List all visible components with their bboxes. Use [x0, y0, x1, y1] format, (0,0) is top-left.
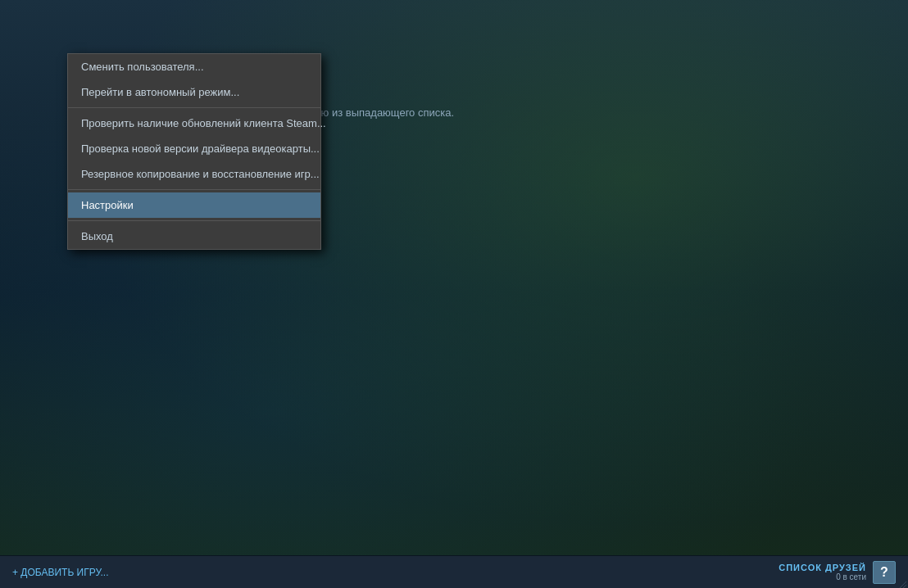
dropdown-settings[interactable]: Настройки: [68, 192, 320, 218]
bottom-bar: + ДОБАВИТЬ ИГРУ... СПИСОК ДРУЗЕЙ 0 в сет…: [0, 555, 908, 588]
dropdown-backup-restore[interactable]: Резервное копирование и восстановление и…: [68, 161, 320, 187]
dropdown-exit[interactable]: Выход: [68, 224, 320, 249]
dropdown-separator-3: [68, 220, 320, 221]
dropdown-check-updates[interactable]: Проверить наличие обновлений клиента Ste…: [68, 111, 320, 136]
friends-list-label[interactable]: СПИСОК ДРУЗЕЙ: [779, 563, 866, 572]
steam-dropdown-menu: Сменить пользователя... Перейти в автоно…: [67, 53, 321, 250]
dropdown-change-user[interactable]: Сменить пользователя...: [68, 54, 320, 79]
add-game-button[interactable]: + ДОБАВИТЬ ИГРУ...: [12, 567, 108, 578]
help-button[interactable]: ?: [873, 561, 896, 584]
dropdown-separator-1: [68, 107, 320, 108]
resize-handle[interactable]: [898, 578, 906, 586]
dropdown-offline-mode[interactable]: Перейти в автономный режим...: [68, 79, 320, 105]
friends-count: 0 в сети: [779, 572, 866, 581]
dropdown-check-driver[interactable]: Проверка новой версии драйвера видеокарт…: [68, 136, 320, 161]
svg-line-16: [898, 581, 906, 588]
friends-area: СПИСОК ДРУЗЕЙ 0 в сети ?: [779, 561, 896, 584]
dropdown-separator-2: [68, 189, 320, 190]
friends-list-text: СПИСОК ДРУЗЕЙ 0 в сети: [779, 563, 866, 581]
